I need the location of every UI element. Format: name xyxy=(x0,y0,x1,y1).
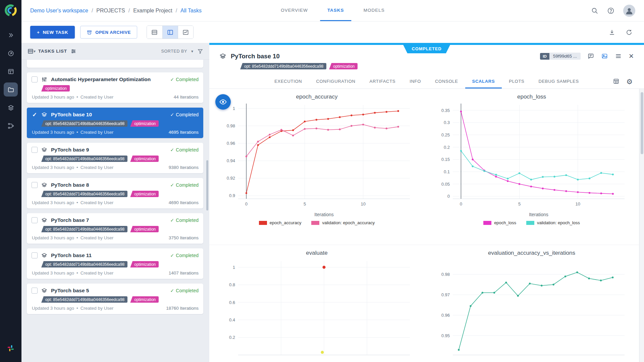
menu-icon[interactable] xyxy=(615,53,622,60)
task-card-partial[interactable] xyxy=(27,60,203,68)
tasks-list-scrollbar[interactable] xyxy=(206,160,208,210)
task-card[interactable]: PyTorch base 8 ✓Completed opt: 85e5482dd… xyxy=(27,178,203,208)
deployments-icon[interactable] xyxy=(4,46,18,60)
task-checkbox[interactable] xyxy=(32,288,38,294)
detail-tab-configuration[interactable]: CONFIGURATION xyxy=(309,74,362,88)
task-name[interactable]: PyTorch base 5 xyxy=(51,288,89,294)
download-icon[interactable] xyxy=(608,29,615,36)
task-name[interactable]: PyTorch base 8 xyxy=(51,182,89,188)
task-checkbox[interactable]: ✓ xyxy=(32,112,38,118)
task-checkbox[interactable] xyxy=(32,76,38,82)
column-settings-icon[interactable] xyxy=(70,48,76,54)
detail-tag: opt: 85e5482ddd7149b8ba0446356eedca98 xyxy=(240,63,326,69)
auto-refresh-icon[interactable] xyxy=(626,29,633,36)
breadcrumb-item[interactable]: All Tasks xyxy=(180,8,202,14)
task-id-pill[interactable]: ID 59f99d65 ... xyxy=(540,53,581,60)
top-tab-overview[interactable]: OVERVIEW xyxy=(273,0,315,21)
legend-item[interactable]: validation: epoch_loss xyxy=(526,220,580,225)
detail-tab-scalars[interactable]: SCALARS xyxy=(465,74,502,88)
hide-show-metrics-eye-button[interactable] xyxy=(215,94,231,110)
detail-tab-execution[interactable]: EXECUTION xyxy=(267,74,309,88)
task-card[interactable]: PyTorch base 5 ✓Completed opt: 85e5482dd… xyxy=(27,284,203,314)
chart-view-button[interactable] xyxy=(178,26,193,39)
task-name[interactable]: PyTorch base 11 xyxy=(51,252,92,258)
breadcrumb-item: PROJECTS xyxy=(96,8,125,14)
task-name[interactable]: PyTorch base 10 xyxy=(51,112,92,118)
search-icon[interactable] xyxy=(591,7,598,14)
chart-plot[interactable]: 051000.050.10.150.20.250.30.35Iterations xyxy=(429,101,634,220)
task-name[interactable]: PyTorch base 7 xyxy=(51,217,89,223)
task-created: Created by User xyxy=(80,200,113,205)
slack-icon[interactable] xyxy=(4,341,18,355)
task-checkbox[interactable] xyxy=(32,147,38,153)
sorted-by-label[interactable]: SORTED BY xyxy=(161,49,187,54)
detail-tab-info[interactable]: INFO xyxy=(402,74,428,88)
task-card[interactable]: PyTorch base 11 ✓Completed opt: 85e5482d… xyxy=(27,248,203,279)
task-checkbox[interactable] xyxy=(32,217,38,223)
view-mode-caret-icon[interactable]: ▾ xyxy=(34,49,36,54)
toolbar: + NEW TASK OPEN ARCHIVE xyxy=(21,21,644,43)
svg-text:0.96: 0.96 xyxy=(226,141,235,146)
chart-plot[interactable]: 0.950.960.970.98 xyxy=(429,257,634,362)
chart-plot[interactable]: 0.20.40.60.81 xyxy=(215,257,419,362)
svg-text:0.1: 0.1 xyxy=(444,169,450,174)
legend-item[interactable]: epoch_accuracy xyxy=(259,220,302,225)
task-card[interactable]: PyTorch base 9 ✓Completed opt: 85e5482dd… xyxy=(27,143,203,173)
svg-text:0.96: 0.96 xyxy=(441,313,450,318)
task-created: Created by User xyxy=(80,306,113,311)
projects-icon[interactable] xyxy=(4,82,18,97)
task-checkbox[interactable] xyxy=(32,182,38,188)
user-avatar[interactable] xyxy=(623,5,635,17)
task-card[interactable]: Automatic Hyperparameter Optimization ✓C… xyxy=(27,72,203,103)
task-card[interactable]: ✓ PyTorch base 10 ✓Completed opt: 85e548… xyxy=(27,108,203,138)
image-icon[interactable] xyxy=(601,53,608,60)
task-status: ✓Completed xyxy=(170,77,199,82)
detail-tab-console[interactable]: CONSOLE xyxy=(428,74,465,88)
svg-text:0.8: 0.8 xyxy=(229,282,235,287)
help-icon[interactable] xyxy=(607,7,614,14)
legend-item[interactable]: epoch_loss xyxy=(483,220,516,225)
detail-scrollbar-thumb[interactable] xyxy=(641,92,643,154)
comment-icon[interactable] xyxy=(587,53,594,60)
detail-tab-plots[interactable]: PLOTS xyxy=(502,74,531,88)
task-name[interactable]: PyTorch base 9 xyxy=(51,147,89,153)
task-iterations: 18760 Iterations xyxy=(166,306,199,311)
task-updated: Updated 3 hours ago xyxy=(32,95,74,100)
new-task-button[interactable]: + NEW TASK xyxy=(30,26,75,39)
pipelines-icon[interactable] xyxy=(4,119,18,133)
svg-text:0.92: 0.92 xyxy=(226,176,235,181)
chart-plot[interactable]: 05100.90.920.940.960.981Iterations xyxy=(215,101,419,220)
task-status: ✓Completed xyxy=(170,147,199,153)
task-name[interactable]: Automatic Hyperparameter Optimization xyxy=(51,76,151,82)
list-view-mode-icon[interactable] xyxy=(28,48,34,54)
task-card[interactable]: PyTorch base 7 ✓Completed opt: 85e5482dd… xyxy=(27,213,203,244)
detail-tab-debug-samples[interactable]: DEBUG SAMPLES xyxy=(531,74,586,88)
task-type-icon xyxy=(41,112,47,118)
clearml-logo[interactable] xyxy=(4,3,18,17)
datasets-icon[interactable] xyxy=(4,101,18,115)
detail-scrollbar[interactable] xyxy=(639,89,644,362)
open-archive-button[interactable]: OPEN ARCHIVE xyxy=(80,26,137,39)
breadcrumb-item[interactable]: Demo User's workspace xyxy=(30,8,88,14)
split-view-button[interactable] xyxy=(162,26,178,39)
svg-text:0.15: 0.15 xyxy=(441,157,450,162)
sorted-by-caret-icon[interactable]: ▾ xyxy=(191,49,193,54)
metrics-table-icon[interactable] xyxy=(613,78,620,85)
task-status: ✓Completed xyxy=(170,182,199,188)
close-icon[interactable]: ✕ xyxy=(629,52,634,60)
top-tab-models[interactable]: MODELS xyxy=(356,0,392,21)
dot-separator: • xyxy=(76,200,78,205)
settings-gear-icon[interactable]: ⚙ xyxy=(626,78,633,85)
detail-tabs: EXECUTIONCONFIGURATIONARTIFACTSINFOCONSO… xyxy=(209,74,644,89)
table-view-button[interactable] xyxy=(147,26,162,39)
expand-sidebar-icon[interactable] xyxy=(4,28,18,42)
reports-icon[interactable] xyxy=(4,64,18,78)
task-checkbox[interactable] xyxy=(32,252,38,258)
legend-item[interactable]: validation: epoch_accuracy xyxy=(311,220,375,225)
detail-tab-artifacts[interactable]: ARTIFACTS xyxy=(363,74,403,88)
svg-text:0.98: 0.98 xyxy=(441,272,450,277)
app: Demo User's workspace/PROJECTS/Example P… xyxy=(0,0,644,362)
top-tab-tasks[interactable]: TASKS xyxy=(320,0,352,21)
filter-icon[interactable] xyxy=(197,48,203,54)
check-icon: ✓ xyxy=(170,288,174,293)
